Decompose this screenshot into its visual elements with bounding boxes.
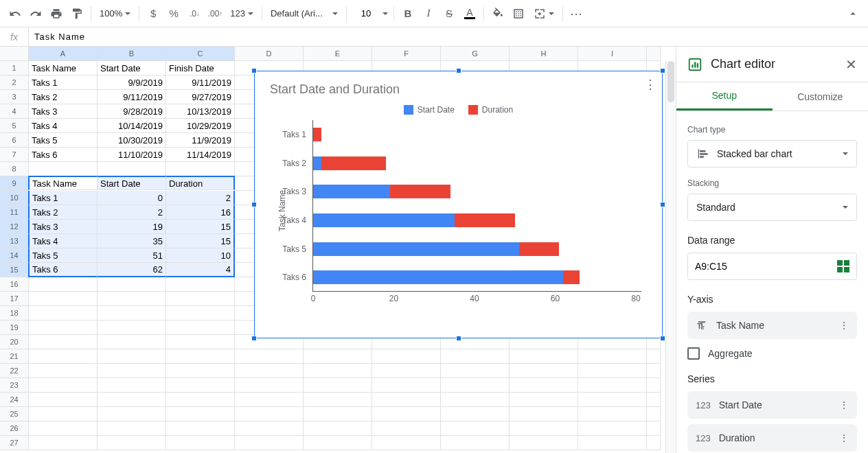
bar-segment[interactable]: [313, 213, 455, 227]
chart-type-dropdown[interactable]: Stacked bar chart: [687, 140, 857, 167]
redo-button[interactable]: [26, 4, 45, 23]
row-header[interactable]: 5: [0, 119, 29, 133]
resize-handle[interactable]: [456, 68, 461, 73]
cell[interactable]: [29, 292, 98, 306]
column-header[interactable]: F: [372, 47, 441, 61]
increase-decimal-button[interactable]: .00↑: [205, 4, 225, 23]
row-header[interactable]: 3: [0, 90, 29, 104]
cell[interactable]: Taks 3: [28, 220, 98, 234]
cell[interactable]: [166, 393, 235, 407]
cell[interactable]: [98, 364, 166, 378]
column-header[interactable]: E: [304, 47, 372, 61]
yaxis-chip[interactable]: TT Task Name ⋮: [687, 312, 857, 339]
cell[interactable]: [441, 349, 510, 364]
cell[interactable]: [166, 321, 235, 335]
chip-menu-button[interactable]: ⋮: [839, 320, 849, 331]
merge-cells-button[interactable]: [529, 4, 558, 23]
bar-segment[interactable]: [313, 128, 321, 141]
cell[interactable]: [578, 364, 647, 378]
cell[interactable]: [166, 364, 235, 378]
cell[interactable]: [235, 364, 304, 378]
cell[interactable]: 15: [166, 234, 235, 248]
cell[interactable]: 9/11/2019: [98, 90, 166, 104]
more-formats-dropdown[interactable]: 123: [226, 4, 258, 23]
cell[interactable]: [647, 421, 661, 436]
cell[interactable]: [441, 436, 510, 450]
tab-setup[interactable]: Setup: [676, 82, 773, 111]
row-header[interactable]: 15: [0, 263, 29, 277]
cell[interactable]: [510, 407, 578, 421]
cell[interactable]: [29, 321, 98, 335]
aggregate-checkbox[interactable]: Aggregate: [687, 347, 857, 360]
cell[interactable]: [98, 349, 166, 364]
row-header[interactable]: 12: [0, 220, 29, 234]
cell[interactable]: [510, 421, 578, 436]
cell[interactable]: [510, 364, 578, 378]
cell[interactable]: [441, 364, 510, 378]
resize-handle[interactable]: [251, 336, 257, 341]
cell[interactable]: [29, 407, 98, 421]
cell[interactable]: [166, 277, 235, 292]
column-header[interactable]: I: [578, 47, 647, 61]
chip-menu-button[interactable]: ⋮: [839, 432, 849, 443]
row-header[interactable]: 4: [0, 104, 29, 119]
cell[interactable]: 10/30/2019: [98, 133, 166, 148]
bold-button[interactable]: B: [398, 4, 418, 23]
cell[interactable]: [166, 162, 235, 176]
resize-handle[interactable]: [660, 336, 665, 341]
cell[interactable]: 4: [166, 263, 235, 277]
cell[interactable]: [166, 378, 235, 393]
row-header[interactable]: 8: [0, 162, 29, 176]
cell[interactable]: Taks 1: [28, 191, 98, 205]
bar-segment[interactable]: [455, 213, 515, 227]
column-header[interactable]: C: [166, 47, 235, 61]
cell[interactable]: [578, 436, 647, 450]
cell[interactable]: Taks 6: [29, 148, 98, 162]
close-button[interactable]: ✕: [845, 56, 857, 73]
cell[interactable]: [304, 407, 372, 421]
chart-menu-button[interactable]: ⋮: [644, 77, 656, 92]
cell[interactable]: [235, 378, 304, 393]
cell[interactable]: [29, 421, 98, 436]
cell[interactable]: [235, 349, 304, 364]
cell[interactable]: [98, 162, 166, 176]
row-header[interactable]: 13: [0, 234, 29, 248]
series-chip-1[interactable]: 123 Duration ⋮: [687, 424, 857, 452]
cell[interactable]: 10/14/2019: [98, 119, 166, 133]
cell[interactable]: [647, 378, 661, 393]
cell[interactable]: [166, 407, 235, 421]
cell[interactable]: Start Date: [98, 176, 166, 190]
strikethrough-button[interactable]: S: [439, 4, 459, 23]
cell[interactable]: Task Name: [29, 61, 98, 76]
spreadsheet[interactable]: ABCDEFGHI1Task NameStart DateFinish Date…: [0, 47, 676, 453]
cell[interactable]: Task Name: [28, 176, 98, 190]
currency-button[interactable]: $: [144, 4, 163, 23]
font-size-input[interactable]: [351, 4, 389, 23]
cell[interactable]: Duration: [166, 176, 235, 190]
cell[interactable]: [647, 364, 661, 378]
cell[interactable]: [166, 436, 235, 450]
cell[interactable]: [578, 349, 647, 364]
cell[interactable]: Taks 3: [29, 104, 98, 119]
cell[interactable]: [98, 321, 166, 335]
bar-segment[interactable]: [313, 242, 519, 256]
row-header[interactable]: 20: [0, 335, 29, 349]
cell[interactable]: [98, 436, 166, 450]
cell[interactable]: [98, 421, 166, 436]
cell[interactable]: [235, 436, 304, 450]
cell[interactable]: [372, 407, 441, 421]
bar-segment[interactable]: [519, 242, 560, 256]
text-color-button[interactable]: A: [460, 4, 479, 23]
cell[interactable]: 0: [98, 191, 166, 205]
cell[interactable]: [441, 378, 510, 393]
row-header[interactable]: 1: [0, 61, 29, 76]
tab-customize[interactable]: Customize: [773, 82, 869, 111]
row-header[interactable]: 6: [0, 133, 29, 148]
cell[interactable]: [235, 421, 304, 436]
cell[interactable]: [29, 378, 98, 393]
column-header[interactable]: G: [441, 47, 510, 61]
cell[interactable]: 15: [166, 220, 235, 234]
cell[interactable]: Taks 5: [28, 248, 98, 263]
cell[interactable]: [304, 393, 372, 407]
collapse-toolbar-button[interactable]: [843, 4, 863, 23]
